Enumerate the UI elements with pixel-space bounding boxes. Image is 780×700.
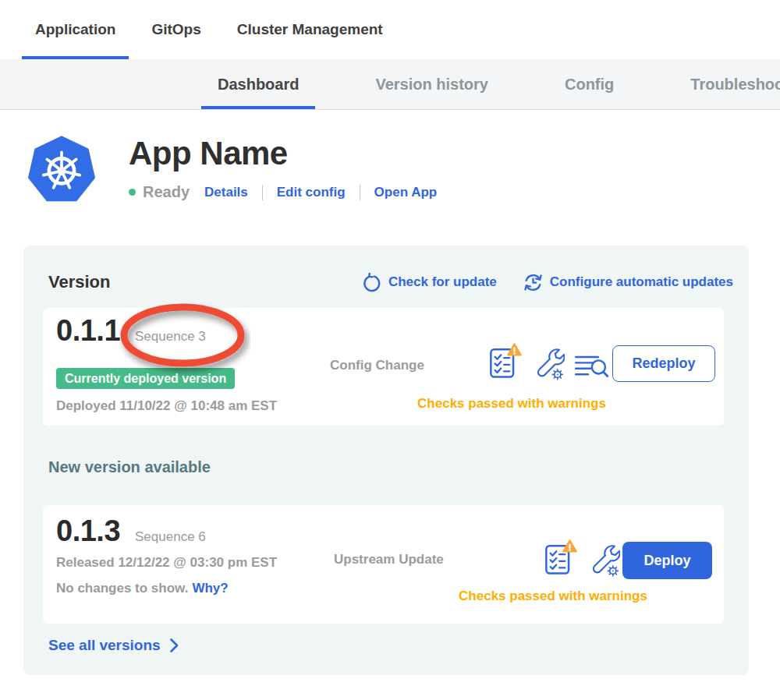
new-version-icons [544,539,620,578]
current-source-label: Config Change [330,358,424,373]
check-for-update-label: Check for update [388,274,497,290]
top-nav-tabs: Application GitOps Cluster Management [0,0,780,59]
app-info: App Name Ready Details Edit config Open … [129,134,437,204]
kubernetes-logo [26,134,98,204]
top-tab-application[interactable]: Application [22,0,129,59]
released-timestamp: Released 12/12/22 @ 03:30 pm EST [56,555,277,571]
tab-version-history[interactable]: Version history [359,59,505,109]
tab-troubleshoot[interactable]: Troubleshoot [674,59,780,109]
app-header: App Name Ready Details Edit config Open … [26,134,437,204]
redeploy-button[interactable]: Redeploy [612,345,715,382]
currently-deployed-badge: Currently deployed version [56,368,235,389]
why-link[interactable]: Why? [192,581,228,596]
checks-warning-text[interactable]: Checks passed with warnings [330,396,693,412]
top-nav: Application GitOps Cluster Management [0,0,780,59]
current-version-line: 0.1.1 Sequence 3 [56,314,206,348]
version-panel: Version Check for update [23,246,749,675]
new-version-card: 0.1.3 Sequence 6 Released 12/12/22 @ 03:… [43,505,724,624]
top-tab-cluster-management[interactable]: Cluster Management [224,0,396,59]
version-panel-header: Version Check for update [48,272,733,292]
version-panel-actions: Check for update Configure automatic upd… [362,273,733,292]
preflight-checks-warning-icon[interactable] [488,342,523,381]
deployed-timestamp: Deployed 11/10/22 @ 10:48 am EST [56,398,277,414]
divider [262,185,263,200]
preflight-checks-warning-icon[interactable] [544,539,578,578]
divider [360,185,360,200]
see-all-versions-label: See all versions [48,637,161,654]
chevron-right-icon [169,638,179,653]
new-version-number: 0.1.3 [56,514,120,548]
no-changes-label: No changes to show. [56,581,188,596]
details-link[interactable]: Details [204,185,248,200]
current-sequence-label: Sequence 3 [135,329,206,345]
checks-warning-text[interactable]: Checks passed with warnings [378,589,728,604]
new-source-label: Upstream Update [334,552,444,567]
app-status-row: Ready Details Edit config Open App [129,183,437,201]
status-text: Ready [143,183,190,201]
sub-nav-tabs: Dashboard Version history Config Trouble… [0,59,780,109]
clock-refresh-icon [523,273,543,292]
configure-automatic-updates-label: Configure automatic updates [550,274,733,290]
version-panel-title: Version [48,272,110,292]
no-changes-text: No changes to show.Why? [56,581,229,596]
tab-config[interactable]: Config [548,59,630,109]
view-diff-icon[interactable] [574,352,611,381]
config-wrench-icon[interactable] [532,345,565,381]
current-version-card: 0.1.1 Sequence 3 Currently deployed vers… [43,308,724,426]
current-version-number: 0.1.1 [56,314,120,348]
current-version-icons [488,342,611,381]
page-title: App Name [129,136,437,171]
check-for-update-link[interactable]: Check for update [362,273,497,292]
status-dot [129,189,136,196]
open-app-link[interactable]: Open App [374,185,438,200]
new-version-heading: New version available [48,458,211,476]
new-sequence-label: Sequence 6 [135,529,206,545]
configure-automatic-updates-link[interactable]: Configure automatic updates [523,273,733,292]
edit-config-link[interactable]: Edit config [277,185,346,200]
refresh-icon [362,273,381,292]
top-tab-gitops[interactable]: GitOps [138,0,214,59]
app-sub-nav: Dashboard Version history Config Trouble… [0,59,780,110]
see-all-versions-link[interactable]: See all versions [48,637,179,654]
config-wrench-icon[interactable] [587,541,620,578]
tab-dashboard[interactable]: Dashboard [201,59,315,109]
new-version-line: 0.1.3 Sequence 6 [56,514,206,548]
deploy-button[interactable]: Deploy [622,542,712,579]
